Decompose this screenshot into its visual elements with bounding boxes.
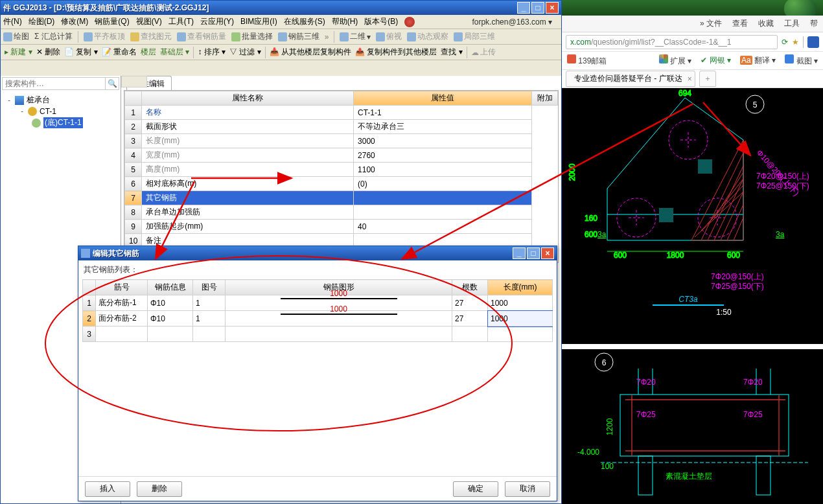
tb-top[interactable]: 俯视 xyxy=(376,31,402,42)
svg-rect-17 xyxy=(659,208,673,222)
tb-local3d[interactable]: 局部三维 xyxy=(454,31,495,42)
menu-bar: 件(N) 绘图(D) 修改(M) 钢筋量(Q) 视图(V) 工具(T) 云应用(… xyxy=(1,15,561,29)
tb-batch[interactable]: 批量选择 xyxy=(231,31,273,42)
svg-text:600: 600 xyxy=(727,251,740,260)
copy-button[interactable]: 📄 复制 ▾ xyxy=(64,47,98,58)
paw-icon[interactable] xyxy=(807,36,819,48)
tb-rebar3d[interactable]: 钢筋三维 xyxy=(278,31,319,42)
dialog-icon xyxy=(81,249,90,258)
search-input[interactable] xyxy=(3,78,105,89)
tree-root[interactable]: -桩承台 xyxy=(2,94,119,106)
bmenu-view[interactable]: 查看 xyxy=(732,18,748,29)
insert-button[interactable]: 插入 xyxy=(85,481,130,497)
bmenu-file[interactable]: » 文件 xyxy=(700,18,722,29)
menu-help[interactable]: 帮助(H) xyxy=(332,16,358,27)
menu-rebar[interactable]: 钢筋量(Q) xyxy=(95,16,129,27)
tree-group[interactable]: -CT-1 xyxy=(2,106,119,117)
bmenu-tool[interactable]: 工具 xyxy=(784,18,800,29)
dialog-header-row: 筋号 钢筋信息 图号 钢筋图形 根数 长度(mm) xyxy=(83,280,553,295)
rebar-row[interactable]: 1底分布筋-1Φ1011000271000 xyxy=(83,295,553,311)
fav-trans[interactable]: Aa 翻译 ▾ xyxy=(740,55,776,66)
svg-rect-16 xyxy=(698,159,712,174)
tb-view-qty[interactable]: 查看钢筋量 xyxy=(177,31,226,42)
dialog-max-button[interactable]: □ xyxy=(527,247,540,259)
ok-button[interactable]: 确定 xyxy=(453,481,498,497)
rename-button[interactable]: 📝 重命名 xyxy=(102,47,137,58)
svg-text:6: 6 xyxy=(602,358,607,367)
delete-button[interactable]: 删除 xyxy=(137,481,182,497)
tree-leaf-selected[interactable]: (底)CT-1-1 xyxy=(2,117,119,129)
tb-flat[interactable]: 平齐板顶 xyxy=(84,31,125,42)
menu-file[interactable]: 件(N) xyxy=(3,16,22,27)
svg-text:-4.000: -4.000 xyxy=(577,448,599,457)
del-button[interactable]: ✕ 删除 xyxy=(36,47,60,58)
rebar-row[interactable]: 2面分布筋-2Φ1011000271000 xyxy=(83,311,553,326)
menu-draw[interactable]: 绘图(D) xyxy=(29,16,55,27)
svg-rect-60 xyxy=(638,456,653,495)
fav-ext[interactable]: 扩展 ▾ xyxy=(659,54,692,67)
prop-row[interactable]: 5高度(mm)1100 xyxy=(125,163,558,177)
prop-header-row: 属性名称 属性值 附加 xyxy=(125,91,558,106)
maximize-button[interactable]: □ xyxy=(531,2,544,14)
close-button[interactable]: × xyxy=(546,2,559,14)
menu-online[interactable]: 在线服务(S) xyxy=(284,16,325,27)
menu-tools[interactable]: 工具(T) xyxy=(168,16,194,27)
sort-button[interactable]: ↕ 排序 ▾ xyxy=(198,47,226,58)
tab-close-icon[interactable]: × xyxy=(688,74,692,84)
svg-line-27 xyxy=(714,172,743,218)
fav-mail[interactable]: 139邮箱 xyxy=(567,54,607,67)
toolbar-row-1: 绘图 Σ 汇总计算 平齐板顶 查找图元 查看钢筋量 批量选择 钢筋三维 » 二维… xyxy=(1,29,561,45)
prop-row[interactable]: 9加强筋起步(mm)40 xyxy=(125,220,558,234)
browser-tab-active[interactable]: 专业造价问题答疑平台 - 广联达 × xyxy=(566,71,695,87)
cancel-button[interactable]: 取消 xyxy=(505,481,550,497)
svg-text:1:50: 1:50 xyxy=(716,308,732,317)
new-tab-button[interactable]: ＋ xyxy=(699,71,716,87)
tb-2d[interactable]: 二维▾ xyxy=(340,31,371,42)
prop-row[interactable]: 4宽度(mm)2760 xyxy=(125,148,558,163)
refresh-icon[interactable]: ⟳ xyxy=(782,38,788,47)
new-button[interactable]: ▸ 新建 ▾ xyxy=(5,47,32,58)
tb-find-elem[interactable]: 查找图元 xyxy=(130,31,172,42)
address-bar[interactable]: x.com/question/giml/list?__ClassCode=-1&… xyxy=(566,35,778,49)
svg-text:7Φ25: 7Φ25 xyxy=(636,410,656,419)
copyto-button[interactable]: 📤 复制构件到其他楼层 xyxy=(355,47,437,58)
upload-button[interactable]: ☁ 上传 xyxy=(471,47,496,58)
address-bar-row: x.com/question/giml/list?__ClassCode=-1&… xyxy=(562,32,823,52)
prop-row[interactable]: 8承台单边加强筋 xyxy=(125,205,558,220)
svg-text:600: 600 xyxy=(614,251,627,260)
prop-row[interactable]: 3长度(mm)3000 xyxy=(125,134,558,148)
menu-view[interactable]: 视图(V) xyxy=(136,16,162,27)
prop-row[interactable]: 7其它钢筋 xyxy=(125,191,558,205)
prop-row[interactable]: 6相对底标高(m)(0) xyxy=(125,177,558,191)
dialog-min-button[interactable]: _ xyxy=(513,247,526,259)
prop-row[interactable]: 1名称CT-1-1 xyxy=(125,106,558,120)
prop-row[interactable]: 2截面形状不等边承台三 xyxy=(125,120,558,134)
menu-cloud[interactable]: 云应用(Y) xyxy=(200,16,234,27)
basefloor-combo[interactable]: 基础层 ▾ xyxy=(160,47,189,58)
search-icon[interactable]: 🔍 xyxy=(105,78,119,89)
fav-bank[interactable]: ✔ 网银 ▾ xyxy=(701,55,731,66)
menu-bim[interactable]: BIM应用(I) xyxy=(240,16,277,27)
star-icon[interactable]: ★ xyxy=(792,38,799,47)
minimize-button[interactable]: _ xyxy=(517,2,530,14)
tb-sum[interactable]: Σ 汇总计算 xyxy=(34,31,73,42)
menu-version[interactable]: 版本号(B) xyxy=(364,16,398,27)
find-button[interactable]: 查找 ▾ xyxy=(441,47,462,58)
tb-orbit[interactable]: 动态观察 xyxy=(407,31,448,42)
fav-shot[interactable]: 截图 ▾ xyxy=(785,54,818,67)
svg-text:694: 694 xyxy=(678,89,691,98)
favorites-bar: 139邮箱 扩展 ▾ ✔ 网银 ▾ Aa 翻译 ▾ 截图 ▾ xyxy=(562,52,823,70)
account-email[interactable]: forpk.chen@163.com ▾ xyxy=(472,17,552,27)
cad-viewport[interactable]: 694 2000 160 600 600 1800 600 Φ10@200(上.… xyxy=(562,88,823,504)
tomato-icon[interactable] xyxy=(404,17,415,27)
bmenu-fav[interactable]: 收藏 xyxy=(758,18,774,29)
tb-draw[interactable]: 绘图 xyxy=(3,31,29,42)
menu-modify[interactable]: 修改(M) xyxy=(61,16,88,27)
filter-button[interactable]: ▽ 过滤 ▾ xyxy=(229,47,261,58)
copyfrom-button[interactable]: 📥 从其他楼层复制构件 xyxy=(270,47,351,58)
floor-label[interactable]: 楼层 xyxy=(141,47,156,58)
bmenu-help[interactable]: 帮 xyxy=(810,18,818,29)
component-tree: -桩承台 -CT-1 (底)CT-1-1 xyxy=(1,91,121,132)
dialog-close-button[interactable]: × xyxy=(541,247,554,259)
rebar-row-empty[interactable]: 3 xyxy=(83,326,553,342)
